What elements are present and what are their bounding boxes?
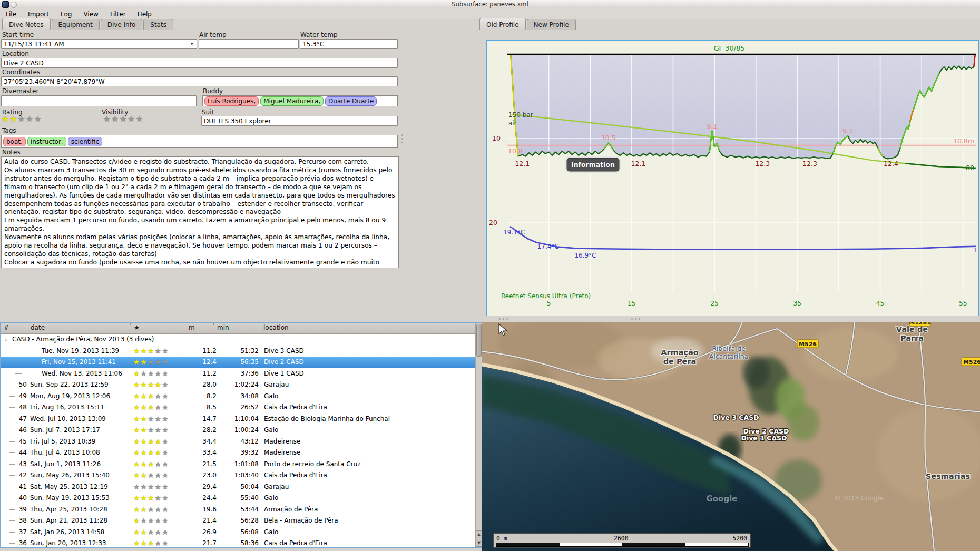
table-row[interactable]: 50Sun, Sep 22, 2013 12:59★★★★★28.01:02:2…: [1, 379, 475, 391]
satellite-map[interactable]: Armaçãode PêraVale deParraSesmariasRibei…: [482, 322, 980, 551]
svg-text:air: air: [508, 120, 517, 127]
table-row[interactable]: 42Sun, May 26, 2013 15:40★★★★★23.01:03:4…: [1, 470, 475, 481]
menu-help[interactable]: Help: [132, 9, 158, 19]
collapse-arrow-icon[interactable]: ⌄: [4, 336, 8, 342]
tab-new-profile[interactable]: New Profile: [527, 19, 576, 30]
chevron-down-icon[interactable]: ▾: [191, 42, 195, 46]
menu-view[interactable]: View: [77, 9, 104, 19]
horizontal-splitter[interactable]: [0, 316, 980, 322]
dive-date: Sun, May 19, 2013 15:53: [30, 494, 110, 501]
table-row[interactable]: 43Sat, Jun 1, 2013 11:26★★★★★21.51:01:08…: [1, 459, 475, 470]
buddy-chip[interactable]: Duarte Duarte: [325, 96, 377, 106]
tree-line: [15, 362, 22, 362]
dive-number: 50: [1, 381, 27, 388]
buddy-chip[interactable]: Miguel Madureira,: [260, 96, 324, 106]
svg-text:17.4°C: 17.4°C: [537, 243, 559, 250]
table-row[interactable]: 47Wed, Jul 10, 2013 13:09★★★★★14.71:10:0…: [1, 414, 475, 425]
location-input[interactable]: [1, 58, 398, 68]
splitter-handle[interactable]: [400, 134, 404, 150]
water-temp-label: Water temp: [300, 31, 338, 38]
column-header-location[interactable]: location: [260, 323, 471, 333]
svg-text:25: 25: [710, 299, 719, 307]
dive-depth: 14.7: [188, 415, 217, 422]
visibility-stars[interactable]: ★★★★★: [103, 114, 144, 124]
table-row[interactable]: 45Fri, Jul 5, 2013 10:39★★★★★34.443:12Ma…: [1, 436, 475, 448]
column-header-m[interactable]: m: [185, 323, 213, 333]
table-row[interactable]: 39Thu, Apr 25, 2013 10:28★★★★★19.653:44A…: [1, 504, 475, 516]
dive-date: Sat, Jan 26, 2013 14:58: [30, 528, 104, 536]
dive-date: Sun, Jul 7, 2013 17:17: [30, 426, 100, 434]
column-header-stars[interactable]: ★: [130, 323, 185, 333]
tab-old-profile[interactable]: Old Profile: [479, 18, 526, 30]
dive-number: 45: [1, 438, 27, 445]
dive-profile-chart[interactable]: GF 30/85102051525354555Reefnet Sensus Ul…: [486, 40, 979, 317]
scrollbar-thumb[interactable]: [476, 324, 482, 357]
map-panel[interactable]: Armaçãode PêraVale deParraSesmariasRibei…: [482, 322, 980, 551]
map-scale-bar: 0 m 2600 5200: [493, 533, 751, 548]
dive-depth: 12.4: [188, 358, 217, 366]
table-row[interactable]: Fri, Nov 15, 2013 11:41★★★★★12.456:35Div…: [1, 357, 475, 368]
suit-input[interactable]: [201, 116, 398, 126]
dive-location: Cais da Pedra d'Eira: [264, 471, 327, 479]
dive-location: Madeirense: [264, 438, 300, 445]
table-row[interactable]: Tue, Nov 19, 2013 11:39★★★★★11.251:32Div…: [1, 346, 475, 357]
divemaster-input[interactable]: [1, 95, 197, 106]
menu-log[interactable]: Log: [55, 9, 77, 19]
scroll-up-icon[interactable]: ▲: [476, 530, 482, 538]
dive-date: Sun, Jan 20, 2013 12:33: [30, 539, 106, 547]
coordinates-input[interactable]: [1, 76, 398, 86]
dive-location: Dive 1 CASD: [264, 370, 304, 377]
table-row[interactable]: 44Thu, Jul 4, 2013 10:08★★★★★33.439:32Ma…: [1, 447, 475, 459]
tab-dive-info[interactable]: Dive Info: [101, 19, 143, 30]
svg-text:45: 45: [876, 299, 885, 307]
dive-rating-stars: ★★★★★: [133, 483, 169, 491]
column-header-num[interactable]: #: [1, 323, 27, 333]
map-town-label: Sesmarias: [926, 472, 970, 480]
tag-chip[interactable]: scientific: [68, 137, 102, 146]
dive-number: 42: [1, 471, 27, 479]
menu-file[interactable]: File: [0, 9, 22, 19]
column-header-date[interactable]: date: [27, 323, 130, 333]
buddy-chip[interactable]: Luís Rodrigues,: [204, 96, 259, 106]
table-row[interactable]: 37Sat, Jan 26, 2013 14:58★★★★★26.956:08G…: [1, 527, 475, 538]
menu-filter[interactable]: Filter: [104, 9, 132, 19]
tag-chip[interactable]: boat,: [3, 137, 26, 146]
table-row[interactable]: 49Mon, Aug 19, 2013 12:06★★★★★8.234:08Ga…: [1, 391, 475, 402]
table-row[interactable]: 46Sun, Jul 7, 2013 17:17★★★★★28.21:00:24…: [1, 425, 475, 436]
rating-stars[interactable]: ★★★★★: [2, 114, 42, 124]
tags-input[interactable]: boat,instructor,scientific: [1, 135, 398, 148]
buddy-input[interactable]: Luís Rodrigues,Miguel Madureira,Duarte D…: [202, 95, 398, 106]
svg-text:20: 20: [489, 219, 497, 227]
scroll-down-icon[interactable]: ▼: [476, 539, 482, 547]
tab-equipment[interactable]: Equipment: [52, 19, 100, 30]
dive-list-header[interactable]: #date★mminlocation: [1, 323, 475, 334]
water-temp-input[interactable]: [300, 39, 398, 49]
start-time-input[interactable]: [1, 39, 197, 49]
table-row[interactable]: 41Sat, May 25, 2013 12:19★★★★★29.450:04G…: [1, 481, 475, 493]
dive-trip-group-row[interactable]: ⌄CASD - Armação de Pêra, Nov 2013 (3 div…: [1, 334, 475, 346]
column-header-min[interactable]: min: [213, 323, 260, 333]
svg-text:16: 16: [974, 247, 978, 254]
dive-list-scrollbar[interactable]: ▲ ▼: [475, 323, 482, 547]
table-row[interactable]: Wed, Nov 13, 2013 11:06★★★★★11.237:36Div…: [1, 368, 475, 380]
table-row[interactable]: 40Sun, May 19, 2013 15:53★★★★★24.455:40G…: [1, 493, 475, 504]
tag-chip[interactable]: instructor,: [27, 137, 66, 146]
dive-rating-stars: ★★★★★: [133, 460, 169, 468]
dive-location: Estação de Biologia Marinha do Funchal: [264, 415, 390, 422]
notes-input[interactable]: Aula do curso CASD. Transectos c/video e…: [1, 156, 399, 268]
tab-stats[interactable]: Stats: [143, 19, 173, 30]
dive-date: Fri, Nov 15, 2013 11:41: [42, 358, 116, 366]
dive-date: Sun, Sep 22, 2013 12:59: [30, 381, 109, 388]
trip-label: CASD - Armação de Pêra, Nov 2013 (3 dive…: [12, 336, 154, 343]
map-copyright: © 2013 Google: [835, 495, 883, 502]
dive-number: 39: [1, 506, 27, 513]
table-row[interactable]: 38Sun, Apr 21, 2013 11:28★★★★★21.456:28B…: [1, 515, 475, 527]
profile-tab-bar: Old ProfileNew Profile: [479, 19, 577, 30]
dive-number: 43: [1, 460, 27, 468]
table-row[interactable]: 48Fri, Aug 16, 2013 15:11★★★★★8.526:52Ca…: [1, 402, 475, 414]
map-town-label: Armação: [661, 348, 699, 357]
table-row[interactable]: 36Sun, Jan 20, 2013 12:33★★★★★21.758:36C…: [1, 538, 475, 548]
menu-import[interactable]: Import: [22, 9, 55, 19]
tab-dive-notes[interactable]: Dive Notes: [2, 18, 51, 30]
air-temp-input[interactable]: [199, 39, 299, 49]
